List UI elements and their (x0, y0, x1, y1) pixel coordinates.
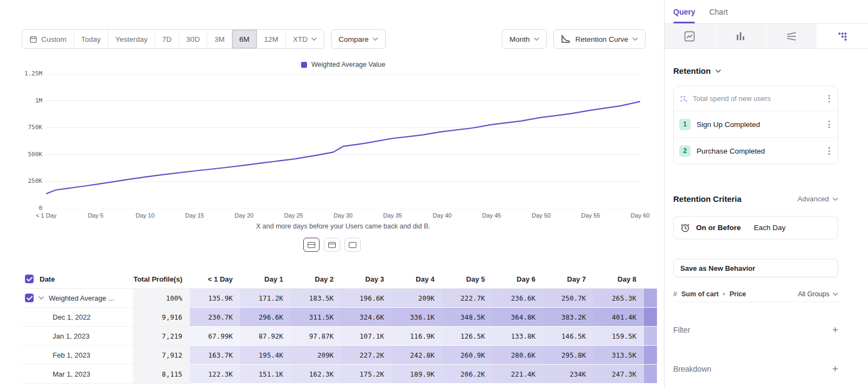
step-label: Sign Up Completed (697, 120, 760, 129)
chart-type-dropdown[interactable]: Retention Curve (553, 29, 646, 49)
chevron-down-icon (373, 37, 378, 41)
layout-full-button[interactable] (344, 238, 361, 252)
table-header-day-0: < 1 Day (190, 270, 240, 288)
retention-section-dropdown[interactable]: Retention (673, 66, 721, 75)
row-total-cell: 8,115 (133, 365, 190, 384)
table-cell-day-7: 146.5K (543, 327, 593, 346)
retention-criteria-title: Retention Criteria (673, 194, 742, 203)
table-cell-day-6: 133.8K (493, 327, 543, 346)
caret-right-icon (723, 292, 725, 296)
criteria-condition-dropdown[interactable]: On or Before (696, 224, 741, 232)
step-label: Purchase Completed (697, 147, 765, 155)
table-header-day-6: Day 6 (493, 270, 543, 288)
retention-table: DateTotal Profile(s)< 1 DayDay 1Day 2Day… (22, 270, 657, 384)
behavior-step[interactable]: 1Sign Up Completed (674, 111, 838, 137)
row-label-cell: Weighted Average ... (22, 289, 133, 308)
row-label-cell: Feb 1, 2023 (22, 346, 133, 365)
retention-curve-chart (46, 74, 640, 208)
table-cell-day-5: 260.9K (442, 346, 493, 365)
table-cell-day-6: 221.4K (493, 365, 543, 384)
chevron-down-icon (534, 37, 539, 41)
table-cell-day-3: 175.2K (341, 365, 392, 384)
insights-chart-icon (684, 30, 695, 42)
row-label-cell: Dec 1, 2022 (22, 308, 133, 327)
criteria-card: On or Before Each Day (673, 216, 838, 239)
custom-range-label: Custom (41, 35, 67, 43)
row-label: Feb 1, 2023 (53, 351, 90, 359)
range-30d-button[interactable]: 30D (178, 30, 207, 48)
save-as-new-behavior-button[interactable]: Save as New Behavior (673, 259, 838, 277)
kebab-menu-icon[interactable] (826, 145, 832, 157)
table-cell-day-8: 313.5K (593, 346, 644, 365)
table-cell-day-1: 296.6K (240, 308, 291, 327)
granularity-dropdown[interactable]: Month (502, 29, 547, 49)
row-label: Dec 1, 2022 (53, 313, 91, 321)
date-range-segmented-control: CustomTodayYesterday7D30D3M6M12MXTD (22, 29, 324, 49)
tab-retention[interactable] (817, 24, 868, 48)
advanced-dropdown[interactable]: Advanced (797, 195, 838, 203)
chevron-down-icon (633, 37, 638, 41)
kebab-menu-icon[interactable] (826, 93, 832, 105)
range-12m-button[interactable]: 12M (257, 30, 285, 48)
sidebar-tab-bar: QueryChart (665, 0, 868, 24)
x-axis-label: < 1 Day (36, 212, 56, 219)
table-row: Feb 1, 20237,912163.7K195.4K209K227.2K24… (22, 346, 657, 365)
x-axis-label: Day 30 (334, 212, 353, 219)
table-header-day-4: Day 4 (392, 270, 442, 288)
retention-dots-icon (837, 30, 848, 42)
compare-button[interactable]: Compare (331, 29, 386, 49)
tab-insights[interactable] (665, 24, 716, 48)
table-cell-day-4: 116.9K (392, 327, 442, 346)
measure-property[interactable]: Sum of cart (681, 290, 719, 298)
tab-funnels[interactable] (716, 24, 767, 48)
add-breakdown-button[interactable]: + (832, 364, 838, 374)
chart-legend: Weighted Average Value (46, 61, 640, 68)
checkbox[interactable] (25, 294, 34, 302)
layout-split-top-button[interactable] (324, 238, 340, 252)
compare-label: Compare (339, 35, 369, 43)
range-today-button[interactable]: Today (74, 30, 108, 48)
criteria-frequency-dropdown[interactable]: Each Day (754, 224, 786, 232)
table-cell-day-3: 324.6K (341, 308, 392, 327)
range-7d-button[interactable]: 7D (155, 30, 178, 48)
table-cell-day-8: 247.3K (593, 365, 644, 384)
table-cell-day-0: 230.7K (190, 308, 240, 327)
expand-chevron-icon[interactable] (39, 296, 44, 300)
table-header-day-3: Day 3 (341, 270, 392, 288)
checkbox[interactable] (25, 275, 34, 283)
retention-curve-icon (561, 35, 571, 43)
range-6m-button[interactable]: 6M (232, 30, 257, 48)
kebab-menu-icon[interactable] (826, 118, 832, 130)
funnel-bars-icon (735, 30, 746, 42)
table-cell-day-3: 107.1K (341, 327, 392, 346)
table-cell-overflow (644, 327, 657, 346)
table-cell-day-7: 383.2K (543, 308, 593, 327)
chevron-down-icon (833, 292, 838, 296)
range-xtd-button[interactable]: XTD (285, 30, 324, 48)
layout-split-horizontal-button[interactable] (303, 238, 320, 252)
sidebar-tab-query[interactable]: Query (673, 0, 695, 23)
row-total-cell: 9,916 (133, 308, 190, 327)
breakdown-section: Breakdown + (673, 364, 838, 374)
all-groups-dropdown[interactable]: All Groups (798, 290, 838, 298)
legend-label[interactable]: Weighted Average Value (311, 61, 385, 68)
table-cell-day-2: 97.87K (291, 327, 341, 346)
tab-flows[interactable] (767, 24, 818, 48)
custom-range-button[interactable]: Custom (22, 30, 74, 48)
behavior-step[interactable]: 2Purchase Completed (674, 137, 838, 164)
check-icon (27, 296, 33, 301)
sidebar-tab-chart[interactable]: Chart (709, 0, 727, 23)
check-icon (27, 277, 33, 282)
measure-sub-property[interactable]: Price (730, 290, 746, 298)
range-yesterday-button[interactable]: Yesterday (108, 30, 155, 48)
chevron-down-icon (716, 69, 721, 73)
behavior-card-header[interactable]: Total spend of new users (674, 86, 838, 111)
range-3m-button[interactable]: 3M (207, 30, 232, 48)
table-cell-day-5: 222.7K (442, 289, 493, 308)
flows-icon (786, 30, 797, 42)
y-axis-label: 0 (0, 205, 42, 212)
table-cell-day-8: 159.5K (593, 327, 644, 346)
table-cell-day-5: 206.2K (442, 365, 493, 384)
add-filter-button[interactable]: + (832, 325, 838, 335)
filter-section: Filter + (673, 325, 838, 335)
